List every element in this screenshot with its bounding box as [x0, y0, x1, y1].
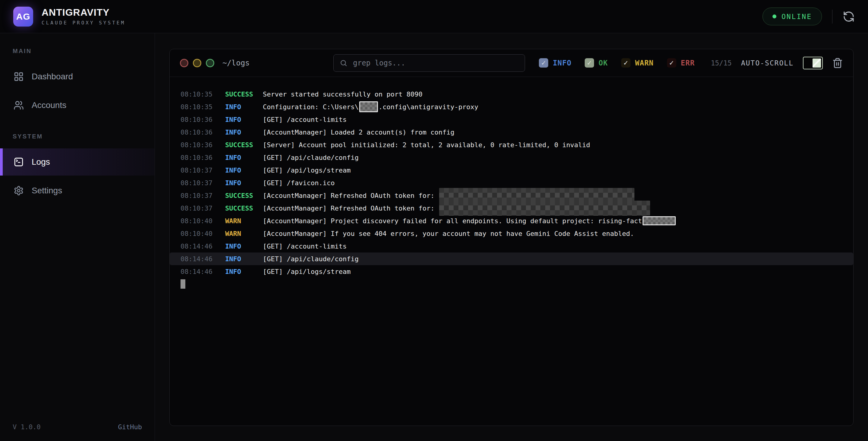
- log-level: INFO: [225, 167, 263, 174]
- log-level: INFO: [225, 242, 263, 250]
- log-row[interactable]: 08:10:36INFO[AccountManager] Loaded 2 ac…: [170, 126, 853, 139]
- log-row[interactable]: 08:10:36INFO[GET] /account-limits: [170, 113, 853, 126]
- log-row[interactable]: 08:10:36SUCCESS[Server] Account pool ini…: [170, 139, 853, 151]
- log-row[interactable]: 08:10:36INFO[GET] /api/claude/config: [170, 151, 853, 164]
- autoscroll-toggle-knob: [812, 59, 821, 67]
- dashboard-icon: [13, 71, 24, 82]
- title-block: ANTIGRAVITY CLAUDE PROXY SYSTEM: [41, 7, 125, 26]
- filter-label: OK: [598, 59, 608, 67]
- sidebar-item-label: Logs: [32, 157, 50, 167]
- log-level: INFO: [225, 154, 263, 161]
- filter-ok[interactable]: ✓OK: [585, 58, 608, 67]
- main-content: ~/logs ✓INFO✓OK✓WARN✓ERR 15/15 AUTO-SCRO…: [155, 33, 868, 441]
- sidebar-footer: V 1.0.0 GitHub: [13, 423, 142, 431]
- checkbox-icon[interactable]: ✓: [621, 58, 630, 67]
- log-message-text: .config\antigravity-proxy: [378, 103, 478, 111]
- search-input[interactable]: [352, 59, 519, 67]
- log-message: [GET] /account-limits: [263, 116, 347, 123]
- sidebar-item-logs[interactable]: Logs: [0, 148, 155, 176]
- log-level: INFO: [225, 116, 263, 123]
- filter-err[interactable]: ✓ERR: [667, 58, 695, 67]
- checkbox-icon[interactable]: ✓: [539, 58, 548, 67]
- log-row[interactable]: 08:10:37INFO[GET] /api/logs/stream: [170, 164, 853, 176]
- traffic-lights: [180, 59, 214, 67]
- log-message-text: [AccountManager] If you see 404 errors, …: [263, 230, 634, 237]
- log-message: [GET] /api/logs/stream: [263, 268, 350, 275]
- log-level: SUCCESS: [225, 90, 263, 98]
- log-level: WARN: [225, 217, 263, 225]
- log-row[interactable]: 08:10:37SUCCESS[AccountManager] Refreshe…: [170, 202, 853, 214]
- log-row[interactable]: 08:14:46INFO[GET] /account-limits: [170, 240, 853, 253]
- log-message: Server started successfully on port 8090: [263, 90, 423, 98]
- log-level: INFO: [225, 128, 263, 136]
- sidebar-item-settings[interactable]: Settings: [0, 177, 155, 204]
- log-message-text: [GET] /api/claude/config: [263, 255, 359, 263]
- log-row[interactable]: 08:10:37SUCCESS[AccountManager] Refreshe…: [170, 189, 853, 202]
- log-row[interactable]: 08:10:35SUCCESSServer started successful…: [170, 88, 853, 100]
- sidebar-item-dashboard[interactable]: Dashboard: [0, 63, 155, 90]
- log-timestamp: 08:14:46: [181, 242, 225, 250]
- sidebar-section-label: SYSTEM: [13, 133, 155, 140]
- log-level: INFO: [225, 268, 263, 275]
- log-level: WARN: [225, 230, 263, 237]
- github-link[interactable]: GitHub: [118, 423, 142, 431]
- log-timestamp: 08:10:36: [181, 141, 225, 149]
- gear-icon: [13, 185, 24, 196]
- autoscroll-label: AUTO-SCROLL: [741, 59, 794, 67]
- log-row[interactable]: 08:14:46INFO[GET] /api/logs/stream: [170, 265, 853, 278]
- log-row[interactable]: 08:10:40WARN[AccountManager] Project dis…: [170, 214, 853, 227]
- log-timestamp: 08:14:46: [181, 255, 225, 263]
- log-timestamp: 08:10:37: [181, 167, 225, 174]
- checkbox-icon[interactable]: ✓: [585, 58, 594, 67]
- close-light-icon: [180, 59, 188, 67]
- log-message-text: [GET] /account-limits: [263, 242, 347, 250]
- status-badge-label: ONLINE: [781, 13, 812, 21]
- log-row[interactable]: 08:10:40WARN[AccountManager] If you see …: [170, 227, 853, 240]
- sidebar-item-label: Settings: [32, 186, 62, 196]
- filter-info[interactable]: ✓INFO: [539, 58, 571, 67]
- app-root: AG ANTIGRAVITY CLAUDE PROXY SYSTEM ONLIN…: [0, 0, 868, 441]
- log-timestamp: 08:10:36: [181, 116, 225, 123]
- log-level: SUCCESS: [225, 205, 263, 212]
- app-title: ANTIGRAVITY: [41, 7, 125, 18]
- log-message-text: Configuration: C:\Users\: [263, 103, 359, 111]
- body-row: MAINDashboardAccountsSYSTEMLogsSettings …: [0, 33, 868, 441]
- log-counter: 15/15: [711, 59, 732, 67]
- log-row[interactable]: 08:10:35INFOConfiguration: C:\Users\.con…: [170, 100, 853, 113]
- filter-warn[interactable]: ✓WARN: [621, 58, 654, 67]
- clear-logs-button[interactable]: [832, 57, 843, 69]
- log-message-text: Server started successfully on port 8090: [263, 90, 423, 98]
- log-message-text: [AccountManager] Refreshed OAuth token f…: [263, 192, 438, 199]
- log-message: [GET] /favicon.ico: [263, 179, 335, 187]
- log-message-text: [Server] Account pool initialized: 2 tot…: [263, 141, 590, 149]
- sidebar-item-label: Dashboard: [32, 72, 73, 82]
- log-level: SUCCESS: [225, 192, 263, 199]
- log-row[interactable]: 08:14:46INFO[GET] /api/claude/config: [170, 253, 853, 265]
- refresh-button[interactable]: [843, 10, 855, 23]
- sidebar-gap: [0, 120, 155, 133]
- log-message-text: [GET] /api/logs/stream: [263, 268, 350, 275]
- redacted-block: [439, 201, 650, 216]
- log-message-text: [GET] /api/claude/config: [263, 154, 359, 161]
- accounts-icon: [13, 100, 24, 110]
- log-message: [GET] /api/logs/stream: [263, 167, 350, 174]
- log-message: [GET] /api/claude/config: [263, 154, 359, 161]
- sidebar-item-accounts[interactable]: Accounts: [0, 92, 155, 119]
- log-message: [AccountManager] Loaded 2 account(s) fro…: [263, 128, 455, 136]
- autoscroll-toggle[interactable]: [803, 57, 823, 69]
- sidebar-section-label: MAIN: [13, 48, 155, 55]
- log-timestamp: 08:10:37: [181, 205, 225, 212]
- search-box[interactable]: [333, 54, 525, 72]
- log-message-text: [AccountManager] Project discovery faile…: [263, 217, 642, 225]
- panel-path: ~/logs: [222, 59, 250, 67]
- log-level: INFO: [225, 179, 263, 187]
- header-right: ONLINE: [763, 7, 855, 25]
- panel-right-tools: 15/15 AUTO-SCROLL: [711, 57, 843, 69]
- redacted-block: [359, 101, 378, 112]
- log-panel-header: ~/logs ✓INFO✓OK✓WARN✓ERR 15/15 AUTO-SCRO…: [170, 49, 853, 77]
- checkbox-icon[interactable]: ✓: [667, 58, 676, 67]
- terminal-cursor: [181, 279, 185, 289]
- log-message: [AccountManager] Project discovery faile…: [263, 216, 676, 225]
- log-row[interactable]: 08:10:37INFO[GET] /favicon.ico: [170, 176, 853, 189]
- log-level: INFO: [225, 255, 263, 263]
